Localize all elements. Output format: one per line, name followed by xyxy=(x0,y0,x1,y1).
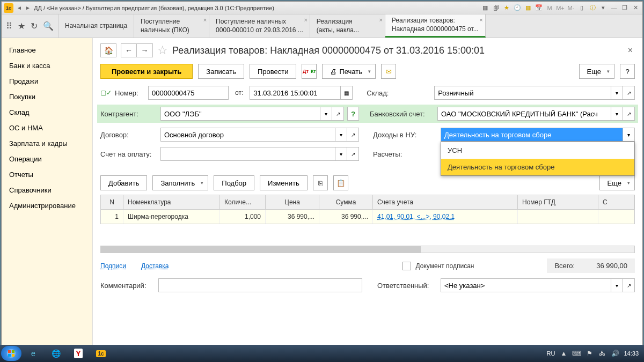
sidebar-item-operations[interactable]: Операции xyxy=(2,151,92,167)
mail-button[interactable]: ✉ xyxy=(381,64,396,79)
post-close-button[interactable]: Провести и закрыть xyxy=(100,64,193,79)
open-icon[interactable]: ↗ xyxy=(623,107,635,121)
paste-button[interactable]: 📋 xyxy=(333,175,348,190)
maximize-button[interactable]: ❐ xyxy=(620,4,630,12)
nav-fwd-icon[interactable]: ► xyxy=(24,4,32,12)
nav-back-icon[interactable]: ◄ xyxy=(16,4,23,12)
tray-flag-icon[interactable]: ⚑ xyxy=(585,349,594,358)
dropdown-icon[interactable]: ▾ xyxy=(611,86,623,100)
lang-indicator[interactable]: RU xyxy=(547,350,555,357)
table-more-button[interactable]: Еще xyxy=(599,175,635,190)
sidebar-item-assets[interactable]: ОС и НМА xyxy=(2,120,92,136)
close-icon[interactable]: × xyxy=(379,16,382,24)
sidebar-item-purchases[interactable]: Покупки xyxy=(2,89,92,105)
tab-sales[interactable]: Реализация (акты, накла...× xyxy=(310,14,385,38)
sidebar-item-reports[interactable]: Отчеты xyxy=(2,167,92,182)
calendar-icon[interactable]: ▦ xyxy=(341,86,353,100)
tb-icon-1[interactable]: ▦ xyxy=(480,4,490,12)
col-sum[interactable]: Сумма xyxy=(319,195,373,209)
open-icon[interactable]: ↗ xyxy=(347,147,359,161)
tb-m[interactable]: M xyxy=(545,4,554,12)
apps-icon[interactable]: ⠿ xyxy=(6,21,12,31)
sidebar-item-bank[interactable]: Банк и касса xyxy=(2,58,92,73)
forward-button[interactable]: → xyxy=(137,43,153,57)
sidebar-item-sales[interactable]: Продажи xyxy=(2,73,92,89)
home-button[interactable]: 🏠 xyxy=(100,43,116,57)
help-button[interactable]: ? xyxy=(620,64,635,79)
dtct-button[interactable]: ДтКт xyxy=(302,64,317,79)
print-button[interactable]: 🖨Печать xyxy=(322,64,376,79)
dropdown-option-trade[interactable]: Деятельность на торговом сборе xyxy=(441,159,634,175)
horizontal-scrollbar[interactable] xyxy=(100,246,635,253)
fill-button[interactable]: Заполнить xyxy=(152,175,208,190)
dropdown-icon[interactable]: ▾ xyxy=(623,128,635,142)
close-button[interactable]: ✕ xyxy=(631,4,640,12)
tab-home[interactable]: Начальная страница xyxy=(58,14,134,38)
contract-field[interactable] xyxy=(160,128,335,142)
sidebar-item-admin[interactable]: Администрирование xyxy=(2,198,92,213)
warehouse-field[interactable] xyxy=(434,86,611,100)
tb-icon-3[interactable]: 🕘 xyxy=(513,4,522,12)
dropdown-icon[interactable]: ▾ xyxy=(335,147,347,161)
col-accounts[interactable]: Счета учета xyxy=(373,195,518,209)
tb-fav-icon[interactable]: ★ xyxy=(502,4,511,12)
col-price[interactable]: Цена xyxy=(266,195,319,209)
tb-icon-2[interactable]: 🗐 xyxy=(491,4,501,12)
write-button[interactable]: Записать xyxy=(198,64,244,79)
search-icon[interactable]: 🔍 xyxy=(43,21,54,31)
dropdown-icon[interactable]: ▾ xyxy=(611,278,623,292)
more-button[interactable]: Еще xyxy=(579,64,614,79)
tb-cal-icon[interactable]: 📅 xyxy=(534,4,544,12)
task-ie[interactable]: e xyxy=(23,346,44,361)
sidebar-item-warehouse[interactable]: Склад xyxy=(2,105,92,120)
tb-icon-4[interactable]: ▯ xyxy=(577,4,587,12)
favorite-icon[interactable]: ☆ xyxy=(157,43,168,57)
col-name[interactable]: Номенклатура xyxy=(123,195,220,209)
signatures-link[interactable]: Подписи xyxy=(100,262,126,270)
sidebar-item-references[interactable]: Справочники xyxy=(2,182,92,198)
tray-up-icon[interactable]: ▲ xyxy=(559,349,568,358)
bank-field[interactable] xyxy=(437,107,611,121)
tray-network-icon[interactable]: 🖧 xyxy=(598,349,606,358)
tb-mminus[interactable]: M- xyxy=(566,4,576,12)
contractor-help-button[interactable]: ? xyxy=(347,107,359,121)
close-icon[interactable]: × xyxy=(304,16,307,24)
open-icon[interactable]: ↗ xyxy=(332,107,344,121)
income-field[interactable] xyxy=(441,128,623,142)
tb-calc-icon[interactable]: ▦ xyxy=(523,4,533,12)
clock[interactable]: 14:33 xyxy=(624,350,639,357)
comment-field[interactable] xyxy=(158,278,362,292)
tab-pko[interactable]: Поступление наличных (ПКО)× xyxy=(134,14,209,38)
contractor-field[interactable] xyxy=(160,107,320,121)
tray-volume-icon[interactable]: 🔊 xyxy=(611,349,619,358)
select-button[interactable]: Подбор xyxy=(214,175,254,190)
start-button[interactable] xyxy=(1,346,21,361)
close-icon[interactable]: × xyxy=(203,16,207,24)
dropdown-icon[interactable]: ▾ xyxy=(335,128,347,142)
signed-checkbox[interactable] xyxy=(402,262,411,270)
invoice-field[interactable] xyxy=(160,147,335,161)
star-icon[interactable]: ★ xyxy=(18,21,25,31)
open-icon[interactable]: ↗ xyxy=(347,128,359,142)
tray-keyboard-icon[interactable]: ⌨ xyxy=(572,349,581,358)
col-gtd[interactable]: Номер ГТД xyxy=(518,195,598,209)
add-button[interactable]: Добавить xyxy=(100,175,147,190)
task-chrome[interactable]: 🌐 xyxy=(45,346,67,361)
col-extra[interactable]: С xyxy=(598,195,634,209)
minimize-button[interactable]: — xyxy=(609,4,619,12)
back-button[interactable]: ← xyxy=(121,43,137,57)
dropdown-icon[interactable]: ▾ xyxy=(611,107,623,121)
tb-dd[interactable]: ▾ xyxy=(598,4,608,12)
number-field[interactable] xyxy=(148,86,229,100)
tb-mplus[interactable]: M+ xyxy=(555,4,565,12)
dropdown-option-usn[interactable]: УСН xyxy=(441,142,634,159)
open-icon[interactable]: ↗ xyxy=(623,86,635,100)
dropdown-icon[interactable]: ▾ xyxy=(320,107,332,121)
col-n[interactable]: N xyxy=(101,195,123,209)
accounts-link[interactable]: 41.01, 90.01, <...>, 90.02.1 xyxy=(373,210,518,224)
copy-button[interactable]: ⎘ xyxy=(313,175,328,190)
task-yandex[interactable]: Y xyxy=(68,346,89,361)
change-button[interactable]: Изменить xyxy=(260,175,308,190)
sidebar-item-main[interactable]: Главное xyxy=(2,42,92,58)
open-icon[interactable]: ↗ xyxy=(623,278,635,292)
